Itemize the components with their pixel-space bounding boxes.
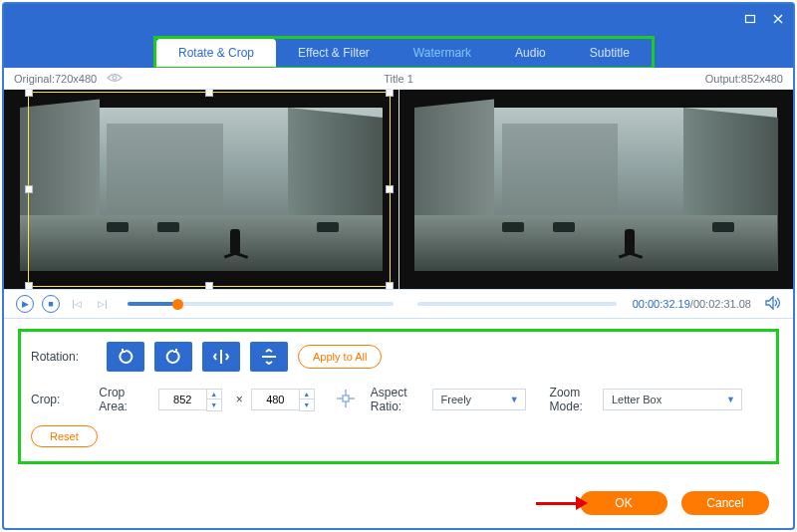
tab-bar: Rotate & Crop Effect & Filter Watermark … (4, 34, 793, 68)
crop-handle[interactable] (205, 282, 213, 289)
stop-icon[interactable]: ■ (42, 295, 60, 313)
rotate-ccw-button[interactable] (107, 342, 144, 372)
crop-rectangle[interactable] (28, 92, 391, 287)
rotation-row: Rotation: Apply to All (31, 342, 766, 372)
zoom-mode-value: Letter Box (612, 394, 662, 405)
output-preview (398, 90, 794, 289)
tab-audio[interactable]: Audio (493, 39, 568, 67)
crop-handle[interactable] (205, 90, 213, 97)
info-row: Original: 720x480 Title 1 Output: 852x48… (4, 68, 793, 90)
chevron-down-icon: ▼ (510, 395, 519, 404)
zoom-mode-group: Zoom Mode: Letter Box ▼ (550, 386, 742, 413)
apply-to-all-button[interactable]: Apply to All (298, 345, 382, 369)
output-frame (414, 108, 777, 271)
footer: OK Cancel (4, 478, 793, 528)
crop-width-field: ▲▼ (158, 389, 222, 411)
center-position-icon[interactable] (335, 388, 357, 412)
eye-icon[interactable] (107, 71, 123, 86)
rotate-crop-panel: Rotation: Apply to All Crop: Crop Area: … (18, 329, 779, 464)
prev-frame-icon[interactable]: |◁ (68, 295, 86, 313)
times-separator: × (236, 393, 243, 406)
volume-icon[interactable] (765, 296, 781, 313)
playback-bar: ▶ ■ |◁ ▷| 00:00:32.19/00:02:31.08 (4, 289, 793, 319)
aspect-ratio-select[interactable]: Freely ▼ (432, 389, 526, 410)
play-icon[interactable]: ▶ (16, 295, 34, 313)
original-label: Original: (14, 73, 55, 85)
crop-handle[interactable] (386, 90, 394, 97)
current-time: 00:00:32.19 (633, 298, 690, 310)
crop-height-spinner[interactable]: ▲▼ (299, 389, 315, 411)
zoom-mode-select[interactable]: Letter Box ▼ (603, 389, 742, 410)
output-dims: 852x480 (741, 73, 783, 85)
aspect-ratio-label: Aspect Ratio: (371, 386, 424, 413)
crop-handle[interactable] (386, 185, 394, 193)
window-close-icon[interactable] (771, 12, 785, 26)
flip-horizontal-button[interactable] (202, 342, 240, 372)
window-minimize-icon[interactable] (743, 12, 757, 26)
aspect-ratio-value: Freely (441, 394, 472, 405)
seek-slider[interactable] (128, 302, 394, 306)
chevron-up-icon[interactable]: ▲ (207, 390, 221, 400)
app-window: Rotate & Crop Effect & Filter Watermark … (2, 2, 795, 530)
original-preview[interactable] (4, 90, 398, 289)
playback-time: 00:00:32.19/00:02:31.08 (633, 298, 751, 310)
rotation-label: Rotation: (31, 350, 107, 364)
titlebar (4, 4, 793, 34)
chevron-down-icon[interactable]: ▼ (207, 399, 221, 410)
duration: 00:02:31.08 (693, 298, 751, 310)
crop-height-input[interactable] (251, 389, 299, 410)
svg-point-1 (113, 76, 117, 80)
ok-button[interactable]: OK (580, 491, 667, 515)
crop-height-field: ▲▼ (251, 389, 315, 411)
crop-width-input[interactable] (158, 389, 206, 410)
rotate-cw-button[interactable] (154, 342, 192, 372)
crop-width-spinner[interactable]: ▲▼ (206, 389, 222, 411)
reset-button[interactable]: Reset (31, 425, 98, 447)
chevron-up-icon[interactable]: ▲ (300, 390, 314, 400)
tab-effect-filter[interactable]: Effect & Filter (276, 39, 392, 67)
crop-row: Crop: Crop Area: ▲▼ × ▲▼ Aspect Ratio: F… (31, 386, 766, 413)
crop-handle[interactable] (25, 185, 33, 193)
svg-rect-0 (746, 16, 755, 23)
chevron-down-icon: ▼ (726, 395, 735, 404)
aspect-ratio-group: Aspect Ratio: Freely ▼ (371, 386, 526, 413)
crop-area-label: Crop Area: (99, 386, 150, 413)
seek-slider-secondary[interactable] (417, 302, 617, 306)
original-dims: 720x480 (55, 73, 97, 85)
crop-handle[interactable] (386, 282, 394, 289)
tab-subtitle[interactable]: Subtitle (568, 39, 652, 67)
preview-area (4, 90, 793, 289)
tab-rotate-crop[interactable]: Rotate & Crop (156, 39, 276, 67)
flip-vertical-button[interactable] (250, 342, 288, 372)
zoom-mode-label: Zoom Mode: (550, 386, 595, 413)
video-title: Title 1 (384, 73, 413, 85)
crop-handle[interactable] (25, 90, 33, 97)
output-label: Output: (705, 73, 741, 85)
tabs-highlight: Rotate & Crop Effect & Filter Watermark … (153, 36, 655, 68)
cancel-button[interactable]: Cancel (681, 491, 769, 515)
tab-watermark[interactable]: Watermark (392, 39, 493, 67)
next-frame-icon[interactable]: ▷| (94, 295, 112, 313)
crop-handle[interactable] (25, 282, 33, 289)
crop-label: Crop: (31, 393, 99, 406)
chevron-down-icon[interactable]: ▼ (300, 399, 314, 410)
annotation-arrow (536, 496, 588, 510)
